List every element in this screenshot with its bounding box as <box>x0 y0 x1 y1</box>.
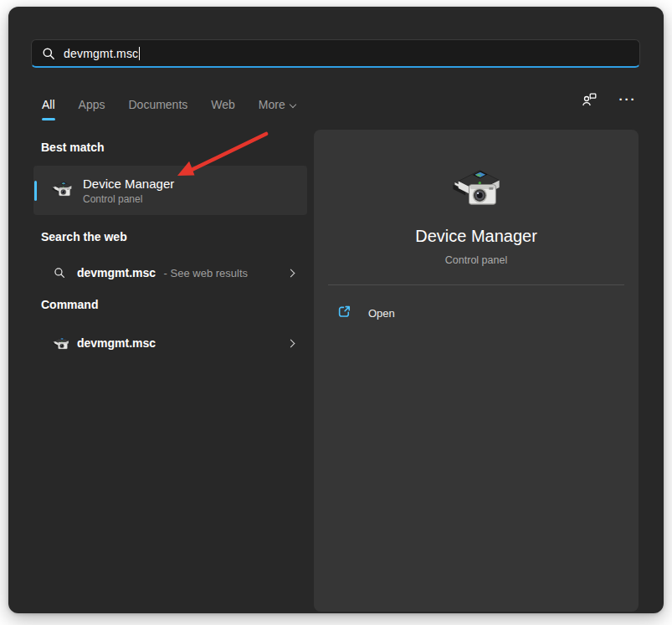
tab-documents[interactable]: Documents <box>127 96 188 113</box>
search-icon <box>54 267 65 279</box>
ellipsis-icon: ··· <box>619 95 637 104</box>
section-command: Command <box>41 298 98 311</box>
web-suffix-text: - See web results <box>164 267 248 279</box>
preview-subtitle: Control panel <box>314 254 639 266</box>
selection-accent-bar <box>34 181 38 201</box>
chevron-right-icon[interactable] <box>287 269 295 277</box>
section-search-the-web: Search the web <box>41 230 127 243</box>
divider <box>328 284 624 285</box>
device-manager-icon <box>51 334 70 353</box>
command-result-row[interactable]: devmgmt.msc <box>33 326 307 360</box>
tab-apps[interactable]: Apps <box>78 96 106 113</box>
search-input[interactable]: devmgmt.msc <box>31 39 640 68</box>
chevron-right-icon[interactable] <box>287 339 295 347</box>
more-options-button[interactable]: ··· <box>617 89 639 110</box>
windows-search-flyout: devmgmt.msc All Apps Documents Web More … <box>8 7 664 613</box>
tab-more[interactable]: More <box>258 96 296 113</box>
feedback-icon[interactable] <box>578 89 600 110</box>
best-match-item[interactable]: Device Manager Control panel <box>33 166 307 215</box>
section-best-match: Best match <box>41 141 104 154</box>
text-caret <box>139 47 140 60</box>
device-manager-icon-large <box>448 160 505 220</box>
preview-panel: Device Manager Control panel Open <box>314 130 639 612</box>
open-label: Open <box>368 307 395 320</box>
web-query-text: devmgmt.msc <box>77 266 156 279</box>
chevron-down-icon <box>290 101 296 108</box>
best-match-title: Device Manager <box>83 177 174 191</box>
tab-all[interactable]: All <box>41 96 56 113</box>
device-manager-icon <box>50 177 74 204</box>
web-result-row[interactable]: devmgmt.msc - See web results <box>33 256 307 289</box>
header-actions: ··· <box>578 89 639 110</box>
best-match-subtitle: Control panel <box>83 193 174 205</box>
tab-web[interactable]: Web <box>210 96 236 113</box>
preview-title: Device Manager <box>314 227 639 246</box>
open-action[interactable]: Open <box>322 297 630 329</box>
search-query-text: devmgmt.msc <box>64 47 138 60</box>
open-external-icon <box>337 305 351 322</box>
command-text: devmgmt.msc <box>77 336 156 350</box>
search-icon <box>42 47 55 60</box>
search-filter-tabs: All Apps Documents Web More <box>41 92 296 117</box>
